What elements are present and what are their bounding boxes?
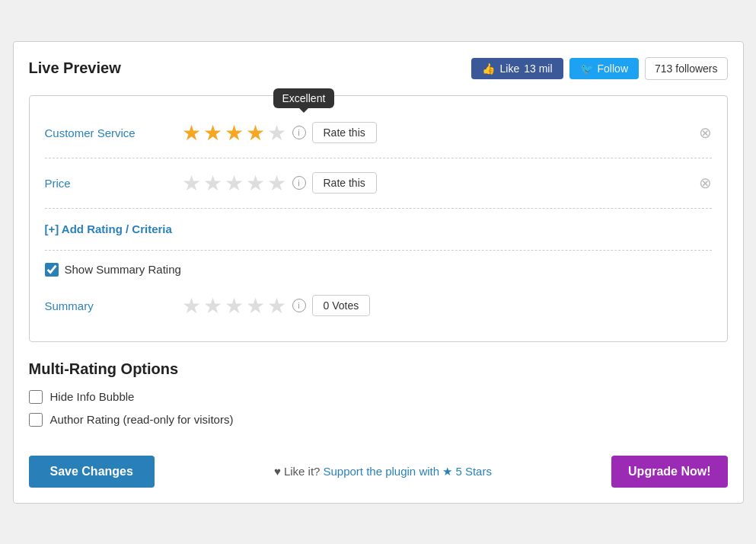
summary-star-4[interactable]: ★ xyxy=(246,293,265,318)
main-panel: Live Preview 👍 Like 13 mil 🐦 Follow 713 … xyxy=(13,41,744,504)
summary-info-icon[interactable]: i xyxy=(292,299,306,312)
preview-box: Excellent Customer Service ★ ★ ★ ★ ★ i R… xyxy=(29,95,728,342)
summary-stars[interactable]: ★ ★ ★ ★ ★ xyxy=(182,293,286,318)
votes-button[interactable]: 0 Votes xyxy=(312,295,371,316)
author-rating-checkbox[interactable] xyxy=(29,413,43,427)
customer-service-rate-button[interactable]: Rate this xyxy=(312,122,377,143)
price-star-2[interactable]: ★ xyxy=(203,171,222,196)
like-label: Like xyxy=(499,62,519,75)
row-divider-3 xyxy=(45,250,712,251)
followers-badge: 713 followers xyxy=(645,57,728,80)
customer-service-info-icon[interactable]: i xyxy=(292,126,306,139)
options-title: Multi-Rating Options xyxy=(29,360,728,378)
show-summary-row: Show Summary Rating xyxy=(45,254,712,286)
hide-info-bubble-label[interactable]: Hide Info Bubble xyxy=(50,390,135,403)
follow-label: Follow xyxy=(598,62,628,75)
hide-info-bubble-row: Hide Info Bubble xyxy=(29,390,728,404)
add-criteria-button[interactable]: [+] Add Rating / Criteria xyxy=(45,222,172,235)
author-rating-label[interactable]: Author Rating (read-only for visitors) xyxy=(50,413,234,426)
price-remove-button[interactable]: ⊗ xyxy=(699,174,712,192)
heart-icon: ♥ xyxy=(274,465,281,478)
star-3[interactable]: ★ xyxy=(225,120,244,146)
price-rate-button[interactable]: Rate this xyxy=(312,172,377,194)
excellent-tooltip: Excellent xyxy=(273,88,335,108)
summary-star-1[interactable]: ★ xyxy=(182,293,201,318)
summary-star-3[interactable]: ★ xyxy=(225,293,244,318)
summary-row: Summary ★ ★ ★ ★ ★ i 0 Votes xyxy=(45,286,712,326)
customer-service-stars[interactable]: ★ ★ ★ ★ ★ xyxy=(182,120,286,146)
price-star-3[interactable]: ★ xyxy=(225,171,244,196)
price-star-1[interactable]: ★ xyxy=(182,171,201,196)
summary-star-2[interactable]: ★ xyxy=(203,293,222,318)
hide-info-bubble-checkbox[interactable] xyxy=(29,390,43,404)
star-5[interactable]: ★ xyxy=(267,120,286,146)
options-section: Multi-Rating Options Hide Info Bubble Au… xyxy=(29,360,728,448)
price-stars[interactable]: ★ ★ ★ ★ ★ xyxy=(182,171,286,196)
panel-header: Live Preview 👍 Like 13 mil 🐦 Follow 713 … xyxy=(29,57,728,80)
facebook-like-button[interactable]: 👍 Like 13 mil xyxy=(471,58,563,79)
customer-service-row: Customer Service ★ ★ ★ ★ ★ i Rate this ⊗ xyxy=(45,111,712,155)
price-star-5[interactable]: ★ xyxy=(267,171,286,196)
thumbs-up-icon: 👍 xyxy=(482,62,495,75)
star-1[interactable]: ★ xyxy=(182,120,201,146)
price-label[interactable]: Price xyxy=(45,177,182,190)
save-changes-button[interactable]: Save Changes xyxy=(29,456,155,488)
customer-service-label[interactable]: Customer Service xyxy=(45,126,182,139)
support-link[interactable]: Support the plugin with ★ 5 Stars xyxy=(323,465,491,478)
price-row: Price ★ ★ ★ ★ ★ i Rate this ⊗ xyxy=(45,162,712,205)
row-divider-2 xyxy=(45,208,712,209)
add-criteria-section: [+] Add Rating / Criteria xyxy=(45,212,712,247)
price-star-4[interactable]: ★ xyxy=(246,171,265,196)
header-actions: 👍 Like 13 mil 🐦 Follow 713 followers xyxy=(471,57,727,80)
like-count: 13 mil xyxy=(524,62,552,75)
twitter-follow-button[interactable]: 🐦 Follow xyxy=(569,58,639,79)
summary-star-5[interactable]: ★ xyxy=(267,293,286,318)
star-4[interactable]: ★ xyxy=(246,120,265,146)
customer-service-remove-button[interactable]: ⊗ xyxy=(699,123,712,142)
show-summary-checkbox[interactable] xyxy=(45,263,59,277)
summary-label[interactable]: Summary xyxy=(45,299,182,312)
show-summary-label[interactable]: Show Summary Rating xyxy=(65,263,181,276)
footer-center: ♥ Like it? Support the plugin with ★ 5 S… xyxy=(274,465,492,478)
star-2[interactable]: ★ xyxy=(203,120,222,146)
upgrade-now-button[interactable]: Upgrade Now! xyxy=(611,456,727,488)
like-text: Like it? xyxy=(284,465,321,478)
footer-actions: Save Changes ♥ Like it? Support the plug… xyxy=(29,456,728,488)
twitter-bird-icon: 🐦 xyxy=(580,62,593,75)
price-info-icon[interactable]: i xyxy=(292,176,306,190)
author-rating-row: Author Rating (read-only for visitors) xyxy=(29,413,728,427)
row-divider-1 xyxy=(45,158,712,158)
panel-title: Live Preview xyxy=(29,59,121,77)
